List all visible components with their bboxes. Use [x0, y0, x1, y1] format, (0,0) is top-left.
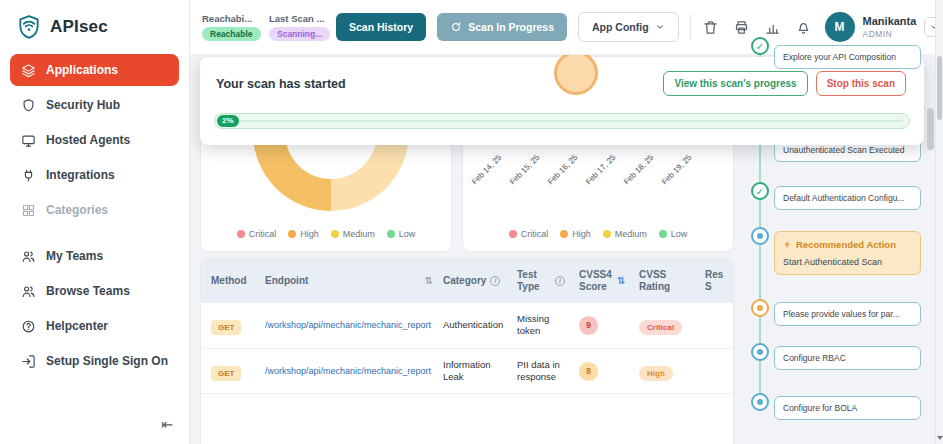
sidebar-item-label: Helpcenter [46, 319, 108, 333]
brand-logo[interactable]: APIsec [0, 0, 189, 50]
grid-icon [20, 202, 36, 218]
view-scan-progress-button[interactable]: View this scan's progress [663, 71, 807, 96]
timeline-step-explore[interactable]: Explore your API Composition [774, 45, 921, 69]
column-cvss-rating[interactable]: CVSS Rating [639, 269, 705, 294]
column-method[interactable]: Method [211, 275, 265, 288]
scan-started-banner: Your scan has started View this scan's p… [200, 57, 924, 145]
cvss4-score-badge: 9 [579, 316, 598, 335]
sidebar-item-applications[interactable]: Applications [10, 54, 179, 86]
column-cvss4-score[interactable]: CVSS4 Score ⇅ [579, 269, 639, 294]
page-scrollbar[interactable] [935, 0, 943, 444]
check-icon: ✓ [751, 182, 769, 200]
critical-dot-icon [509, 230, 517, 238]
sort-icon-active[interactable]: ⇅ [617, 275, 625, 288]
last-scan-badge: Scanning... [269, 27, 330, 41]
analytics-icon[interactable] [764, 19, 781, 36]
critical-dot-icon [237, 230, 245, 238]
plug-icon [20, 167, 36, 183]
sidebar-item-categories[interactable]: Categories [10, 194, 179, 226]
sidebar-item-label: Categories [46, 203, 108, 217]
step-dot [757, 305, 763, 311]
x-axis-label: Feb 19, 25 [652, 153, 694, 195]
app-config-dropdown[interactable]: App Config [578, 12, 679, 42]
medium-dot-icon [603, 230, 611, 238]
notifications-bell-icon[interactable] [795, 19, 812, 36]
sidebar-item-setup-sso[interactable]: Setup Single Sign On [10, 345, 179, 377]
printer-icon[interactable] [733, 19, 750, 36]
scan-progress-bar: 2% [214, 113, 910, 129]
step-pending-icon [751, 227, 769, 245]
user-name: Manikanta [863, 15, 917, 28]
page-scrollbar-thumb[interactable] [937, 56, 942, 120]
x-axis-label: Feb 16, 25 [538, 153, 580, 195]
sidebar-item-label: Security Hub [46, 98, 120, 112]
column-result[interactable]: Res S [705, 269, 733, 294]
avatar: M [825, 12, 855, 42]
x-axis-label: Feb 18, 25 [614, 153, 656, 195]
sidebar-item-hosted-agents[interactable]: Hosted Agents [10, 124, 179, 156]
sidebar: APIsec Applications Security Hub Hosted … [0, 0, 190, 444]
category-cell: Authentication [443, 319, 517, 331]
sidebar-item-my-teams[interactable]: My Teams [10, 240, 179, 272]
legend-item-low: Low [387, 229, 416, 239]
sidebar-collapse-icon[interactable]: ⇤ [161, 416, 173, 432]
category-cell: Information Leak [443, 359, 517, 384]
cvss-rating-badge: High [639, 366, 673, 381]
banner-title: Your scan has started [216, 77, 346, 91]
scroll-down-arrow-icon[interactable] [937, 436, 943, 440]
test-type-cell: PII data in response [517, 359, 579, 384]
users-icon [20, 283, 36, 299]
user-menu[interactable]: M Manikanta ADMIN [825, 12, 943, 42]
scan-in-progress-button[interactable]: Scan In Progress [437, 13, 567, 41]
chevron-down-icon [655, 22, 665, 32]
content-scrollbar[interactable] [927, 55, 934, 444]
last-scan-label: Last Scan ... [269, 13, 325, 24]
sidebar-item-helpcenter[interactable]: Helpcenter [10, 310, 179, 342]
sidebar-item-security-hub[interactable]: Security Hub [10, 89, 179, 121]
help-icon [20, 318, 36, 334]
endpoint-link[interactable]: /workshop/api/mechanic/mechanic_report [265, 320, 443, 330]
shield-icon [20, 97, 36, 113]
content-scrollbar-thumb[interactable] [927, 108, 934, 150]
sort-icon[interactable]: ⇅ [425, 275, 433, 288]
app-config-label: App Config [592, 21, 649, 33]
timeline-step-configure-rbac[interactable]: Configure RBAC [774, 346, 921, 370]
timeline-step-configure-bola[interactable]: Configure for BOLA [774, 396, 921, 420]
scan-in-progress-label: Scan In Progress [468, 21, 554, 33]
info-icon[interactable]: i [490, 276, 500, 286]
banner-buttons: View this scan's progress Stop this scan [663, 71, 906, 96]
step-pending-icon [751, 393, 769, 411]
sidebar-item-label: Setup Single Sign On [46, 354, 168, 368]
step-dot [757, 233, 763, 239]
timeline-step-default-auth[interactable]: Default Authentication Configu... [774, 186, 921, 210]
table-row[interactable]: GET /workshop/api/mechanic/mechanic_repo… [201, 303, 733, 349]
sidebar-item-label: Integrations [46, 168, 115, 182]
trend-x-axis: Feb 14, 25 Feb 15, 25 Feb 16, 25 Feb 17,… [463, 153, 723, 225]
progress-track-line [237, 120, 903, 122]
sidebar-item-browse-teams[interactable]: Browse Teams [10, 275, 179, 307]
check-icon: ✓ [751, 37, 769, 55]
column-category[interactable]: Category i [443, 275, 517, 288]
timeline-recommended-action[interactable]: Recommended Action Start Authenticated S… [774, 231, 921, 275]
scan-history-button[interactable]: Scan History [336, 13, 426, 41]
legend-item-high: High [560, 229, 591, 239]
user-identity: Manikanta ADMIN [863, 15, 917, 38]
test-type-cell: Missing token [517, 313, 579, 338]
column-endpoint[interactable]: Endpoint ⇅ [265, 275, 443, 288]
stop-scan-button[interactable]: Stop this scan [816, 71, 906, 96]
step-dot [757, 349, 763, 355]
endpoint-link[interactable]: /workshop/api/mechanic/mechanic_report [265, 366, 443, 376]
timeline-step-provide-values[interactable]: Please provide values for par... [774, 302, 921, 326]
step-pending-icon [751, 343, 769, 361]
trash-icon[interactable] [702, 19, 719, 36]
cvss-rating-badge: Critical [639, 320, 682, 335]
medium-dot-icon [331, 230, 339, 238]
sidebar-item-integrations[interactable]: Integrations [10, 159, 179, 191]
column-test-type[interactable]: Test Type i [517, 269, 579, 294]
high-dot-icon [288, 230, 296, 238]
info-icon[interactable]: i [555, 276, 565, 286]
reachability-badge: Reachable [202, 27, 261, 41]
cvss4-score-badge: 8 [579, 362, 598, 381]
low-dot-icon [659, 230, 667, 238]
table-row[interactable]: GET /workshop/api/mechanic/mechanic_repo… [201, 349, 733, 395]
